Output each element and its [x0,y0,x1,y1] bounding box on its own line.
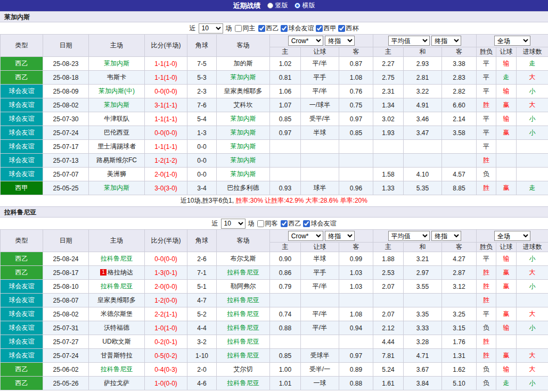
same-venue-checkbox[interactable] [235,25,242,32]
odds-handicap: 平/半 [301,307,339,321]
league-filter-label: 西杯 [346,24,359,33]
avg-draw: 3.28 [404,335,442,349]
match-row: 球会友谊25-08-02米德尔斯堡2-2(1-1)5-2拉科鲁尼亚0.74平/半… [1,307,548,321]
match-date: 25-08-17 [43,266,89,280]
subcol-result: 胜负 [477,243,496,252]
odds-provider-stage-select[interactable]: 终指 [325,231,355,241]
view-option-vertical-label: 竖版 [275,1,288,10]
score: 2-0(0-0) [145,280,187,294]
match-date: 25-07-31 [43,321,89,335]
league-badge: 球会友谊 [1,280,43,294]
home-team-name: 皇家奥维耶多 [97,296,136,304]
filter-bar: 近 10 场 同客 西乙球会友谊 [0,218,548,229]
avg-draw: 4.71 [404,349,442,363]
odds-provider-select[interactable]: Crow* [288,231,323,241]
result-handicap: 输 [496,112,517,126]
odds-provider-select[interactable]: Crow* [288,36,323,46]
odds-home [270,294,301,307]
match-row: 球会友谊25-07-27UD欧文斯0-2(0-1)3-2拉科鲁尼亚4.443.2… [1,335,548,349]
same-venue-label: 同主 [243,24,256,33]
odds-handicap: 平/半 [301,280,339,294]
view-option-horizontal[interactable]: 横版 [295,1,315,10]
league-filter[interactable]: 球会友谊 [303,219,337,228]
subcol-avg-home: 主 [373,243,404,252]
league-badge: 西乙 [1,266,43,280]
score: 0-4(0-3) [145,363,187,377]
odds-handicap: 一球 [301,377,339,390]
league-filter[interactable]: 球会友谊 [281,24,314,33]
odds-provider-stage-select[interactable]: 终指 [325,36,355,46]
corners: 2-0 [187,363,217,377]
away-team: 莱加内斯 [217,140,270,154]
match-count-select[interactable]: 10 [199,23,223,34]
odds-handicap [301,335,339,349]
league-filter[interactable]: 西乙 [258,24,279,33]
avg-odds-stage-select[interactable]: 终指 [431,231,461,241]
corners: 4-4 [187,321,217,335]
radio-icon-vertical[interactable] [267,3,273,9]
result-goals: 小 [517,321,548,335]
result-handicap [496,140,517,154]
league-filter-checkbox[interactable] [281,25,288,32]
away-team: 艾科坎 [217,98,270,112]
same-venue-filter[interactable]: 同客 [257,219,278,228]
league-filter[interactable]: 西甲 [316,24,337,33]
league-filter-checkbox[interactable] [303,220,310,227]
home-team: UD欧文斯 [89,335,145,349]
avg-home: 1.61 [373,377,404,390]
match-row: 球会友谊25-07-24巴伦西亚0-0(0-0)1-3莱加内斯0.97半球0.8… [1,126,548,140]
away-team-name: 莱加内斯 [231,73,256,81]
avg-odds-select[interactable]: 平均值 [388,36,430,46]
match-date: 25-07-17 [43,140,89,154]
avg-away: 2.87 [442,266,477,280]
subcol-odds-home: 主 [270,47,301,57]
odds-home: 1.06 [270,85,301,98]
away-team: 拉科鲁尼亚 [217,377,270,390]
view-option-vertical[interactable]: 竖版 [267,1,288,10]
match-date: 25-07-27 [43,335,89,349]
corners: 0-0 [187,154,217,168]
league-badge: 西乙 [1,252,43,266]
home-team: 拉科鲁尼亚 [89,363,145,377]
subcol-odds-away: 客 [339,243,373,252]
odds-handicap: 受平/半 [301,112,339,126]
subcol-goals-result: 进球数 [517,243,548,252]
league-badge: 西甲 [1,181,43,195]
corners: 5-4 [187,112,217,126]
match-scope-select[interactable]: 全场 [494,231,530,241]
league-filter-checkbox[interactable] [281,220,288,227]
avg-odds-select[interactable]: 平均值 [388,231,430,241]
avg-odds-stage-select[interactable]: 终指 [431,36,461,46]
league-filter[interactable]: 西乙 [281,219,301,228]
league-filter-label: 西乙 [289,219,301,228]
match-row: 西乙25-05-26萨拉戈萨1-0(0-0)4-6拉科鲁尼亚1.01一球0.88… [1,377,548,390]
result-outcome: 平 [477,112,496,126]
results-table: 类型 日期 主场 比分(半场) 角球 客场 Crow* 终指 [0,229,548,390]
home-team-name: 韦斯卡 [107,73,126,81]
radio-icon-horizontal[interactable] [295,3,300,9]
league-filter-checkbox[interactable] [338,25,345,32]
league-filter-checkbox[interactable] [258,25,265,32]
avg-draw: 2.81 [404,71,442,85]
league-filter[interactable]: 西杯 [338,24,359,33]
away-team-name: 加的斯 [234,60,253,67]
corners: 4-6 [187,377,217,390]
away-team: 莱加内斯 [217,168,270,181]
avg-odds-header: 平均值 终指 [373,230,477,243]
league-badge: 球会友谊 [1,154,43,168]
home-team: 莱加内斯 [89,98,145,112]
odds-handicap: 平/半 [301,85,339,98]
score: 1-2(0-0) [145,294,187,307]
odds-home: 0.86 [270,266,301,280]
home-team: 皇家奥维耶多 [89,294,145,307]
odds-home: 0.74 [270,307,301,321]
away-team-name: 拉科鲁尼亚 [227,296,259,304]
match-count-select[interactable]: 10 [221,219,246,229]
odds-handicap [301,168,339,181]
match-scope-select[interactable]: 全场 [494,36,530,46]
same-venue-filter[interactable]: 同主 [235,24,256,33]
league-filter-checkbox[interactable] [316,25,323,32]
same-venue-checkbox[interactable] [257,220,264,227]
score: 0-5(0-2) [145,349,187,363]
odds-home: 1.02 [270,57,301,71]
